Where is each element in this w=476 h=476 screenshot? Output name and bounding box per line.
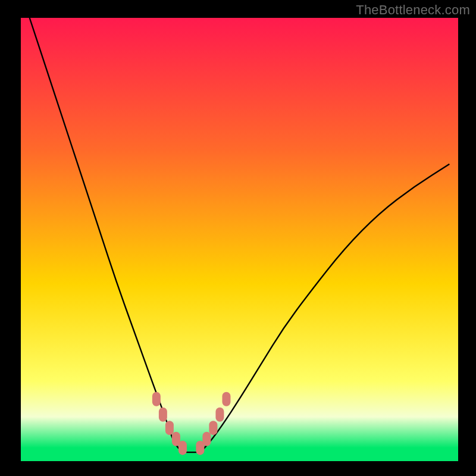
bottleneck-chart — [0, 0, 476, 476]
highlight-dot — [215, 408, 224, 422]
highlight-dot — [178, 441, 187, 455]
watermark-text: TheBottleneck.com — [356, 2, 470, 18]
highlight-dot — [209, 421, 217, 435]
chart-frame: TheBottleneck.com — [0, 0, 476, 476]
highlight-dot — [202, 432, 211, 446]
highlight-dot — [152, 392, 161, 406]
highlight-dot — [222, 392, 230, 406]
highlight-dot — [165, 421, 174, 435]
plot-background — [21, 18, 458, 461]
highlight-dot — [159, 408, 167, 422]
